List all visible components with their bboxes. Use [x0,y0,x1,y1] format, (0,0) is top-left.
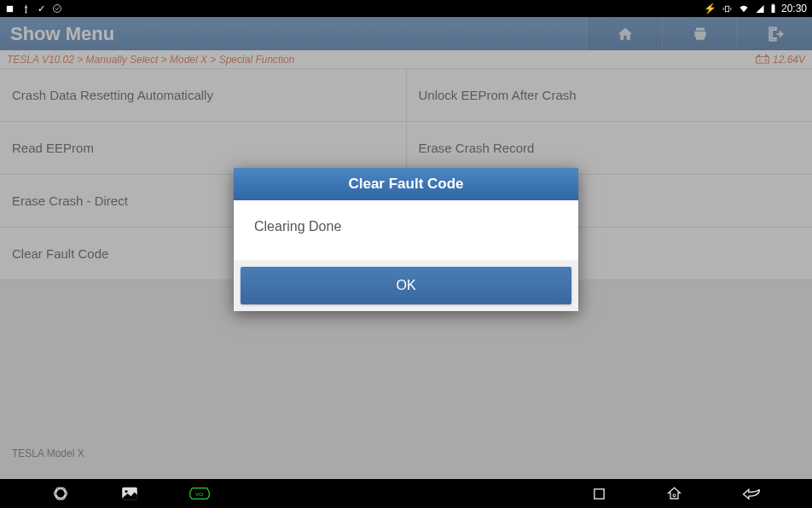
vibrate-icon [722,3,733,14]
usb-icon [21,4,31,14]
dialog-message: Clearing Done [234,200,578,260]
wifi-icon [738,4,750,14]
diagnostic-icon[interactable]: VCI [189,486,210,501]
svg-point-2 [54,5,61,13]
svg-point-1 [26,11,27,13]
status-time: 20:30 [781,3,807,14]
svg-point-16 [673,494,676,497]
signal-icon [755,4,765,14]
svg-rect-0 [7,5,13,11]
svg-point-13 [125,490,127,493]
back-icon[interactable] [742,487,761,500]
battery-icon [770,3,776,14]
android-nav-bar: VCI [0,479,812,508]
svg-point-11 [54,486,68,501]
recent-apps-icon[interactable] [592,487,606,501]
svg-rect-5 [772,4,774,5]
svg-rect-4 [771,5,774,14]
status-left: ✓ [5,3,62,14]
svg-text:VCI: VCI [195,492,204,497]
gallery-icon[interactable] [121,487,138,500]
browser-icon[interactable] [51,486,70,501]
dialog-clear-fault-code: Clear Fault Code Clearing Done OK [234,168,578,311]
dialog-footer: OK [234,260,578,311]
android-status-bar: ✓ ⚡ 20:30 [0,0,812,17]
sync-icon [52,3,62,14]
svg-rect-3 [725,6,728,12]
dialog-title: Clear Fault Code [234,168,578,200]
bluetooth-icon: ⚡ [704,3,716,14]
check-icon: ✓ [38,3,45,14]
ok-button[interactable]: OK [241,267,571,304]
svg-rect-15 [594,488,604,498]
status-right: ⚡ 20:30 [704,3,807,14]
nav-home-icon[interactable] [666,486,682,501]
download-icon [5,4,14,14]
